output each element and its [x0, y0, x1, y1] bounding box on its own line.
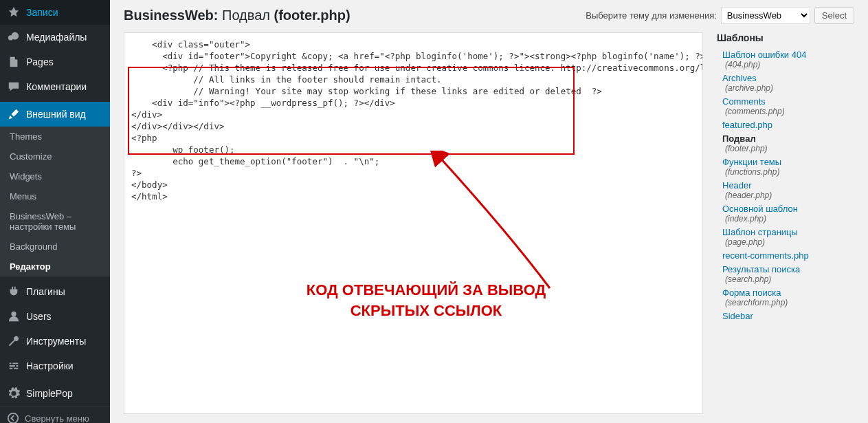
- code-editor[interactable]: <div class="outer"> <div id="footer">Cop…: [124, 32, 703, 414]
- wp-admin-app: Записи Медиафайлы Pages Комментарии Внеш…: [0, 0, 868, 423]
- theme-selector: Выберите тему для изменения: BusinessWeb…: [586, 7, 854, 24]
- template-item[interactable]: Comments(comments.php): [717, 94, 854, 118]
- sidebar-item-posts[interactable]: Записи: [0, 0, 110, 25]
- template-item[interactable]: featured.php: [717, 118, 854, 131]
- sidebar-item-tools[interactable]: Инструменты: [0, 329, 110, 354]
- sidebar-item-label: Настройки: [26, 360, 74, 371]
- content-area: BusinessWeb: Подвал (footer.php) Выберит…: [110, 0, 868, 423]
- sidebar-item-appearance[interactable]: Внешний вид: [0, 102, 110, 127]
- sidebar-item-label: Pages: [26, 56, 54, 67]
- sidebar-item-label: Плагины: [26, 286, 65, 297]
- sidebar-item-comments[interactable]: Комментарии: [0, 74, 110, 99]
- submenu-editor[interactable]: Редактор: [0, 257, 110, 276]
- page-title: BusinessWeb: Подвал (footer.php): [124, 8, 350, 23]
- gear-icon: [7, 387, 21, 400]
- title-file: Подвал: [222, 8, 270, 23]
- media-icon: [7, 30, 21, 44]
- template-item[interactable]: Форма поиска(searchform.php): [717, 285, 854, 309]
- title-filename: (footer.php): [274, 8, 350, 23]
- submenu-background[interactable]: Background: [0, 237, 110, 257]
- sidebar-item-label: Users: [26, 311, 52, 322]
- theme-select-label: Выберите тему для изменения:: [586, 10, 717, 21]
- templates-heading: Шаблоны: [717, 32, 854, 43]
- collapse-label: Свернуть меню: [25, 413, 89, 424]
- sidebar-item-simplepop[interactable]: SimplePop: [0, 381, 110, 406]
- editor-wrap: <div class="outer"> <div id="footer">Cop…: [124, 32, 703, 416]
- page-header: BusinessWeb: Подвал (footer.php) Выберит…: [124, 7, 854, 24]
- submenu-theme-settings[interactable]: BusinessWeb – настройки темы: [0, 206, 110, 237]
- template-item[interactable]: recent-comments.php: [717, 248, 854, 262]
- template-item[interactable]: Шаблон ошибки 404(404.php): [717, 47, 854, 71]
- title-theme: BusinessWeb:: [124, 8, 218, 23]
- brush-icon: [7, 107, 21, 121]
- sidebar-item-media[interactable]: Медиафайлы: [0, 25, 110, 50]
- sidebar-item-label: Записи: [26, 7, 58, 18]
- sidebar-item-settings[interactable]: Настройки: [0, 354, 110, 378]
- template-item[interactable]: Результаты поиска(search.php): [717, 262, 854, 285]
- templates-panel: Шаблоны Шаблон ошибки 404(404.php) Archi…: [717, 32, 854, 416]
- template-item-active[interactable]: Подвал(footer.php): [717, 131, 854, 155]
- collapse-icon: [7, 412, 19, 423]
- sidebar-item-label: SimplePop: [26, 388, 73, 399]
- template-item[interactable]: Основной шаблон(index.php): [717, 202, 854, 225]
- sliders-icon: [7, 359, 21, 373]
- workspace: <div class="outer"> <div id="footer">Cop…: [124, 32, 854, 416]
- select-button[interactable]: Select: [814, 7, 854, 24]
- submenu-themes[interactable]: Themes: [0, 127, 110, 147]
- user-icon: [7, 310, 21, 323]
- appearance-submenu: Themes Customize Widgets Menus BusinessW…: [0, 127, 110, 276]
- template-item[interactable]: Archives(archive.php): [717, 71, 854, 94]
- sidebar-item-users[interactable]: Users: [0, 304, 110, 329]
- submenu-widgets[interactable]: Widgets: [0, 166, 110, 186]
- svg-point-0: [8, 413, 18, 423]
- template-item[interactable]: Шаблон страницы(page.php): [717, 225, 854, 248]
- theme-dropdown[interactable]: BusinessWeb: [721, 7, 810, 24]
- sidebar-item-pages[interactable]: Pages: [0, 50, 110, 74]
- sidebar-item-label: Внешний вид: [26, 109, 86, 120]
- plug-icon: [7, 285, 21, 299]
- template-item[interactable]: Функции темы(functions.php): [717, 155, 854, 178]
- template-item[interactable]: Header(header.php): [717, 178, 854, 202]
- submenu-menus[interactable]: Menus: [0, 186, 110, 206]
- sidebar-item-plugins[interactable]: Плагины: [0, 279, 110, 304]
- admin-sidebar: Записи Медиафайлы Pages Комментарии Внеш…: [0, 0, 110, 423]
- pin-icon: [7, 6, 21, 19]
- sidebar-item-label: Медиафайлы: [26, 32, 87, 43]
- page-icon: [7, 55, 21, 69]
- sidebar-item-label: Комментарии: [26, 81, 87, 92]
- wrench-icon: [7, 334, 21, 348]
- comment-icon: [7, 80, 21, 94]
- template-item[interactable]: Sidebar: [717, 309, 854, 323]
- collapse-menu[interactable]: Свернуть меню: [0, 406, 110, 423]
- sidebar-item-label: Инструменты: [26, 336, 86, 347]
- submenu-customize[interactable]: Customize: [0, 147, 110, 166]
